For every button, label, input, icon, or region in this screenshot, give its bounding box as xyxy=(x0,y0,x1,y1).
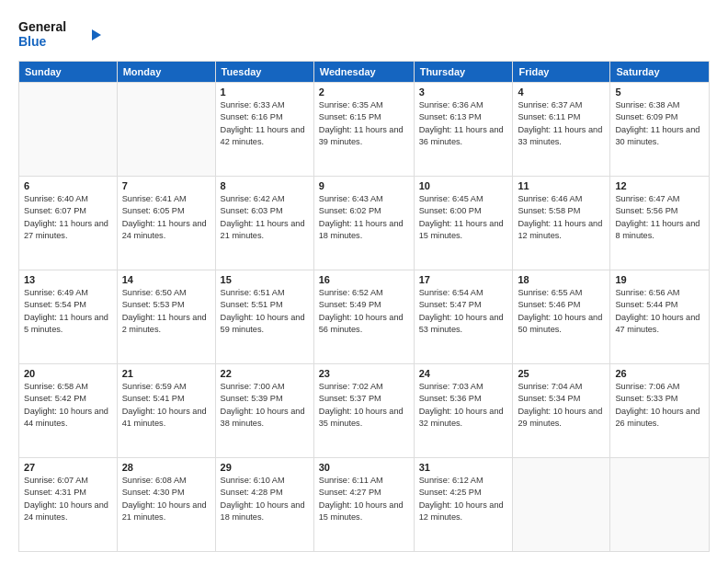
calendar-day-cell: 8Sunrise: 6:42 AMSunset: 6:03 PMDaylight… xyxy=(215,177,313,270)
day-number: 14 xyxy=(122,274,210,285)
day-info: Sunrise: 6:55 AMSunset: 5:46 PMDaylight:… xyxy=(518,287,605,336)
calendar-week-row: 1Sunrise: 6:33 AMSunset: 6:16 PMDaylight… xyxy=(19,83,710,177)
calendar-day-cell: 12Sunrise: 6:47 AMSunset: 5:56 PMDayligh… xyxy=(610,177,710,270)
day-number: 25 xyxy=(518,368,605,379)
day-info: Sunrise: 6:08 AMSunset: 4:30 PMDaylight:… xyxy=(122,475,210,523)
calendar-day-cell: 1Sunrise: 6:33 AMSunset: 6:16 PMDaylight… xyxy=(215,83,313,177)
day-number: 9 xyxy=(319,180,409,191)
calendar-day-cell: 17Sunrise: 6:54 AMSunset: 5:47 PMDayligh… xyxy=(414,270,513,364)
day-number: 21 xyxy=(122,368,210,379)
day-info: Sunrise: 6:45 AMSunset: 6:00 PMDaylight:… xyxy=(419,193,508,242)
calendar-day-cell: 23Sunrise: 7:02 AMSunset: 5:37 PMDayligh… xyxy=(313,364,414,458)
day-info: Sunrise: 6:35 AMSunset: 6:15 PMDaylight:… xyxy=(319,99,409,148)
day-info: Sunrise: 6:07 AMSunset: 4:31 PMDaylight:… xyxy=(24,475,112,523)
calendar-day-cell: 19Sunrise: 6:56 AMSunset: 5:44 PMDayligh… xyxy=(610,270,710,364)
day-info: Sunrise: 6:56 AMSunset: 5:44 PMDaylight:… xyxy=(615,287,704,336)
day-info: Sunrise: 6:59 AMSunset: 5:41 PMDaylight:… xyxy=(122,381,210,430)
calendar-day-cell: 9Sunrise: 6:43 AMSunset: 6:02 PMDaylight… xyxy=(313,177,414,270)
calendar-day-cell: 20Sunrise: 6:58 AMSunset: 5:42 PMDayligh… xyxy=(19,364,118,458)
calendar-day-cell: 5Sunrise: 6:38 AMSunset: 6:09 PMDaylight… xyxy=(610,83,710,177)
calendar-day-cell: 11Sunrise: 6:46 AMSunset: 5:58 PMDayligh… xyxy=(513,177,610,270)
day-number: 19 xyxy=(615,274,704,285)
day-number: 16 xyxy=(319,274,409,285)
calendar-day-cell: 6Sunrise: 6:40 AMSunset: 6:07 PMDaylight… xyxy=(19,177,118,270)
calendar-day-cell: 3Sunrise: 6:36 AMSunset: 6:13 PMDaylight… xyxy=(414,83,513,177)
day-number: 26 xyxy=(615,368,704,379)
calendar-day-cell: 10Sunrise: 6:45 AMSunset: 6:00 PMDayligh… xyxy=(414,177,513,270)
calendar-day-cell: 22Sunrise: 7:00 AMSunset: 5:39 PMDayligh… xyxy=(215,364,313,458)
day-info: Sunrise: 6:10 AMSunset: 4:28 PMDaylight:… xyxy=(221,475,309,523)
calendar-day-cell xyxy=(117,83,215,177)
calendar-day-cell: 14Sunrise: 6:50 AMSunset: 5:53 PMDayligh… xyxy=(117,270,215,364)
weekday-header: Sunday xyxy=(19,62,118,83)
day-number: 20 xyxy=(24,368,112,379)
calendar-day-cell xyxy=(19,83,118,177)
day-number: 30 xyxy=(319,462,409,473)
day-info: Sunrise: 7:04 AMSunset: 5:34 PMDaylight:… xyxy=(518,381,605,430)
day-info: Sunrise: 6:40 AMSunset: 6:07 PMDaylight:… xyxy=(24,193,112,242)
day-number: 7 xyxy=(122,180,210,191)
day-info: Sunrise: 6:46 AMSunset: 5:58 PMDaylight:… xyxy=(518,193,605,242)
day-info: Sunrise: 7:00 AMSunset: 5:39 PMDaylight:… xyxy=(221,381,309,430)
day-info: Sunrise: 6:11 AMSunset: 4:27 PMDaylight:… xyxy=(319,475,409,523)
day-info: Sunrise: 6:51 AMSunset: 5:51 PMDaylight:… xyxy=(221,287,309,336)
calendar-day-cell xyxy=(610,458,710,552)
weekday-header-row: SundayMondayTuesdayWednesdayThursdayFrid… xyxy=(19,62,710,83)
day-info: Sunrise: 6:52 AMSunset: 5:49 PMDaylight:… xyxy=(319,287,409,336)
day-number: 31 xyxy=(419,462,508,473)
weekday-header: Wednesday xyxy=(313,62,414,83)
calendar-week-row: 6Sunrise: 6:40 AMSunset: 6:07 PMDaylight… xyxy=(19,177,710,270)
calendar-day-cell: 31Sunrise: 6:12 AMSunset: 4:25 PMDayligh… xyxy=(414,458,513,552)
calendar-day-cell: 30Sunrise: 6:11 AMSunset: 4:27 PMDayligh… xyxy=(313,458,414,552)
header: General Blue xyxy=(18,15,710,52)
day-number: 13 xyxy=(24,274,112,285)
calendar-day-cell: 21Sunrise: 6:59 AMSunset: 5:41 PMDayligh… xyxy=(117,364,215,458)
calendar-day-cell: 29Sunrise: 6:10 AMSunset: 4:28 PMDayligh… xyxy=(215,458,313,552)
day-number: 22 xyxy=(221,368,309,379)
calendar-day-cell: 7Sunrise: 6:41 AMSunset: 6:05 PMDaylight… xyxy=(117,177,215,270)
day-info: Sunrise: 6:42 AMSunset: 6:03 PMDaylight:… xyxy=(221,193,309,242)
calendar-week-row: 13Sunrise: 6:49 AMSunset: 5:54 PMDayligh… xyxy=(19,270,710,364)
day-info: Sunrise: 6:54 AMSunset: 5:47 PMDaylight:… xyxy=(419,287,508,336)
day-info: Sunrise: 6:38 AMSunset: 6:09 PMDaylight:… xyxy=(615,99,704,148)
day-info: Sunrise: 6:36 AMSunset: 6:13 PMDaylight:… xyxy=(419,99,508,148)
weekday-header: Tuesday xyxy=(215,62,313,83)
day-info: Sunrise: 6:12 AMSunset: 4:25 PMDaylight:… xyxy=(419,475,508,523)
calendar-week-row: 27Sunrise: 6:07 AMSunset: 4:31 PMDayligh… xyxy=(19,458,710,552)
calendar-day-cell: 16Sunrise: 6:52 AMSunset: 5:49 PMDayligh… xyxy=(313,270,414,364)
day-number: 4 xyxy=(518,86,605,98)
day-number: 28 xyxy=(122,462,210,473)
calendar-day-cell xyxy=(513,458,610,552)
calendar-day-cell: 25Sunrise: 7:04 AMSunset: 5:34 PMDayligh… xyxy=(513,364,610,458)
calendar-day-cell: 18Sunrise: 6:55 AMSunset: 5:46 PMDayligh… xyxy=(513,270,610,364)
day-info: Sunrise: 7:06 AMSunset: 5:33 PMDaylight:… xyxy=(615,381,704,430)
day-number: 24 xyxy=(419,368,508,379)
day-number: 5 xyxy=(615,86,704,98)
day-info: Sunrise: 6:33 AMSunset: 6:16 PMDaylight:… xyxy=(221,99,309,148)
calendar-day-cell: 15Sunrise: 6:51 AMSunset: 5:51 PMDayligh… xyxy=(215,270,313,364)
weekday-header: Thursday xyxy=(414,62,513,83)
day-number: 12 xyxy=(615,180,704,191)
day-number: 29 xyxy=(221,462,309,473)
calendar-day-cell: 24Sunrise: 7:03 AMSunset: 5:36 PMDayligh… xyxy=(414,364,513,458)
day-number: 3 xyxy=(419,86,508,98)
page: General Blue SundayMondayTuesdayWednesda… xyxy=(0,0,728,563)
day-info: Sunrise: 6:49 AMSunset: 5:54 PMDaylight:… xyxy=(24,287,112,336)
calendar-day-cell: 4Sunrise: 6:37 AMSunset: 6:11 PMDaylight… xyxy=(513,83,610,177)
svg-text:General: General xyxy=(18,19,66,34)
day-number: 18 xyxy=(518,274,605,285)
calendar-day-cell: 26Sunrise: 7:06 AMSunset: 5:33 PMDayligh… xyxy=(610,364,710,458)
day-number: 2 xyxy=(319,86,409,98)
calendar-day-cell: 13Sunrise: 6:49 AMSunset: 5:54 PMDayligh… xyxy=(19,270,118,364)
day-number: 17 xyxy=(419,274,508,285)
day-number: 10 xyxy=(419,180,508,191)
day-number: 15 xyxy=(221,274,309,285)
day-number: 1 xyxy=(221,86,309,98)
calendar-day-cell: 2Sunrise: 6:35 AMSunset: 6:15 PMDaylight… xyxy=(313,83,414,177)
day-info: Sunrise: 6:47 AMSunset: 5:56 PMDaylight:… xyxy=(615,193,704,242)
day-info: Sunrise: 6:58 AMSunset: 5:42 PMDaylight:… xyxy=(24,381,112,430)
logo: General Blue xyxy=(18,15,110,52)
day-info: Sunrise: 6:41 AMSunset: 6:05 PMDaylight:… xyxy=(122,193,210,242)
weekday-header: Saturday xyxy=(610,62,710,83)
calendar-week-row: 20Sunrise: 6:58 AMSunset: 5:42 PMDayligh… xyxy=(19,364,710,458)
